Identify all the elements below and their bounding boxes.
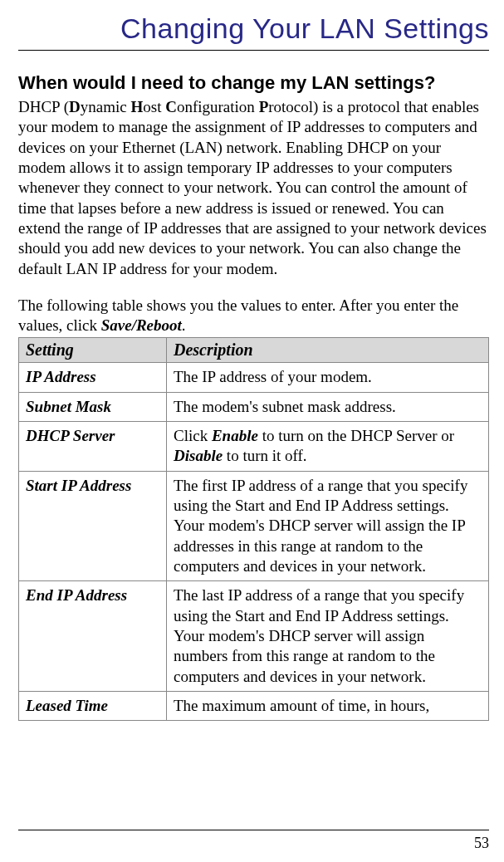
text: The following table shows you the values… — [18, 296, 458, 334]
text: onfiguration — [177, 98, 259, 115]
text: The modem's subnet mask address. — [174, 398, 396, 415]
setting-name: Start IP Address — [19, 471, 167, 581]
text: Enable — [212, 427, 258, 444]
column-header-setting: Setting — [19, 338, 167, 363]
text: to turn on the DHCP Server or — [258, 427, 454, 444]
setting-name: DHCP Server — [19, 422, 167, 472]
intro-paragraph-2: The following table shows you the values… — [18, 296, 489, 336]
footer-rule — [18, 830, 489, 830]
setting-description: The last IP address of a range that you … — [167, 581, 489, 692]
bold-d: D — [69, 98, 81, 115]
setting-description: The IP address of your modem. — [167, 363, 489, 392]
section-heading: When would I need to change my LAN setti… — [18, 72, 489, 94]
text: Click — [174, 427, 212, 444]
table-row: DHCP Server Click Enable to turn on the … — [19, 422, 489, 472]
table-row: IP Address The IP address of your modem. — [19, 363, 489, 392]
text: The last IP address of a range that you … — [174, 586, 464, 684]
text: The first IP address of a range that you… — [174, 477, 467, 575]
save-reboot-label: Save/Reboot — [101, 316, 182, 334]
table-row: Leased Time The maximum amount of time, … — [19, 691, 489, 720]
bold-p: P — [259, 98, 269, 115]
table-row: Subnet Mask The modem's subnet mask addr… — [19, 392, 489, 421]
settings-table: Setting Description IP Address The IP ad… — [18, 337, 489, 721]
page-number: 53 — [474, 835, 489, 852]
setting-name: End IP Address — [19, 581, 167, 692]
table-header-row: Setting Description — [19, 338, 489, 363]
text: Disable — [174, 447, 223, 464]
setting-name: IP Address — [19, 363, 167, 392]
bold-h: H — [130, 98, 143, 115]
text: The maximum amount of time, in hours, — [174, 697, 429, 714]
setting-description: The modem's subnet mask address. — [167, 392, 489, 421]
text: The IP address of your modem. — [174, 368, 372, 385]
setting-description: The first IP address of a range that you… — [167, 471, 489, 581]
text: DHCP ( — [18, 98, 69, 115]
setting-description: The maximum amount of time, in hours, — [167, 691, 489, 720]
setting-description: Click Enable to turn on the DHCP Server … — [167, 422, 489, 472]
column-header-description: Description — [167, 338, 489, 363]
setting-name: Subnet Mask — [19, 392, 167, 421]
intro-paragraph-1: DHCP (Dynamic Host Configuration Protoco… — [18, 97, 489, 279]
text: to turn it off. — [223, 447, 307, 464]
setting-name: Leased Time — [19, 691, 167, 720]
text: . — [182, 316, 186, 334]
table-row: End IP Address The last IP address of a … — [19, 581, 489, 692]
text: rotocol) is a protocol that enables your… — [18, 98, 487, 277]
text: ost — [143, 98, 165, 115]
page-title: Changing Your LAN Settings — [18, 12, 489, 51]
table-row: Start IP Address The first IP address of… — [19, 471, 489, 581]
text: ynamic — [81, 98, 131, 115]
bold-c: C — [165, 98, 177, 115]
